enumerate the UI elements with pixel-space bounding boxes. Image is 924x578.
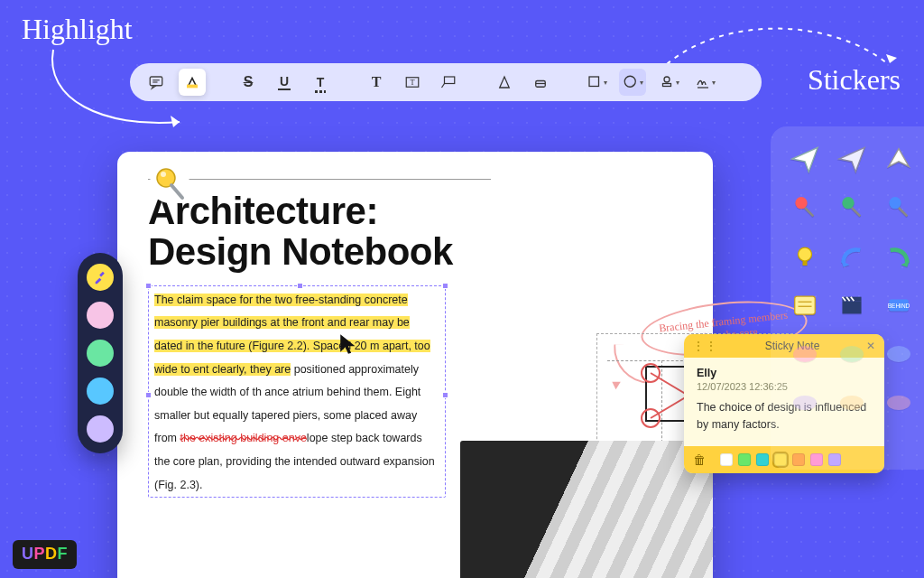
- callout-tool[interactable]: [435, 69, 462, 96]
- color-swatch[interactable]: [87, 415, 114, 443]
- brand-logo: UPDF: [13, 540, 77, 569]
- annotation-toolbar: S U T T T ▾ ▾ ▾ ▾: [130, 63, 762, 101]
- color-swatch[interactable]: [720, 453, 733, 466]
- svg-point-41: [793, 396, 817, 410]
- text-tool[interactable]: T: [363, 69, 390, 96]
- origami-sticker[interactable]: [881, 141, 917, 177]
- arrow-sticker[interactable]: [881, 238, 917, 275]
- color-swatch[interactable]: [756, 453, 769, 466]
- svg-point-38: [793, 346, 817, 362]
- selection-handle[interactable]: [145, 392, 152, 398]
- sticker-item[interactable]: [834, 385, 870, 421]
- svg-point-39: [840, 346, 864, 362]
- svg-point-10: [664, 77, 670, 82]
- svg-rect-11: [662, 84, 670, 87]
- highlight-color-picker: [78, 253, 123, 453]
- svg-point-29: [799, 247, 812, 261]
- highlighter-tool[interactable]: [179, 69, 206, 96]
- squiggly-tool[interactable]: T: [307, 69, 334, 96]
- trash-icon[interactable]: 🗑: [693, 452, 706, 467]
- svg-point-43: [887, 396, 910, 410]
- svg-text:T: T: [410, 79, 414, 87]
- building-photo: [460, 441, 713, 578]
- pushpin-sticker[interactable]: [834, 190, 870, 226]
- eyedropper-button[interactable]: [87, 264, 114, 291]
- pencil-tool[interactable]: [491, 69, 518, 96]
- strikeout-text: the existing building enve: [180, 432, 306, 444]
- svg-point-42: [840, 396, 864, 410]
- paperplane-sticker[interactable]: [834, 141, 870, 177]
- svg-point-40: [887, 346, 910, 362]
- color-swatch[interactable]: [87, 302, 114, 329]
- svg-rect-0: [150, 77, 162, 86]
- clapper-sticker[interactable]: [834, 287, 870, 323]
- paperplane-sticker[interactable]: [787, 141, 823, 177]
- stamp-tool[interactable]: ▾: [655, 69, 682, 96]
- pushpin-sticker[interactable]: [787, 190, 823, 226]
- strikeout-tool[interactable]: S: [235, 69, 262, 96]
- sticker-item[interactable]: [881, 385, 917, 421]
- svg-rect-30: [803, 261, 808, 266]
- sticker-panel: BEHIND: [771, 126, 924, 470]
- lightbulb-sticker[interactable]: [787, 238, 823, 275]
- drag-handle-icon[interactable]: ⋮⋮: [693, 340, 718, 352]
- underline-tool[interactable]: U: [271, 69, 298, 96]
- svg-rect-8: [589, 77, 599, 87]
- svg-rect-6: [445, 77, 455, 84]
- color-swatch[interactable]: [87, 340, 114, 367]
- sticker-tool[interactable]: ▾: [619, 69, 646, 96]
- pushpin-sticker[interactable]: [881, 190, 917, 226]
- color-swatch[interactable]: [738, 453, 751, 466]
- sticker-item[interactable]: [787, 385, 823, 421]
- selection-handle[interactable]: [442, 283, 448, 289]
- pushpin-sticker[interactable]: [148, 162, 191, 205]
- color-swatch[interactable]: [87, 378, 114, 405]
- signature-tool[interactable]: ▾: [691, 69, 718, 96]
- svg-rect-22: [99, 272, 105, 277]
- arrow-sticker[interactable]: [834, 238, 870, 275]
- eraser-tool[interactable]: [527, 69, 554, 96]
- svg-point-25: [161, 172, 166, 177]
- svg-point-9: [624, 76, 635, 87]
- badge-sticker[interactable]: BEHIND: [881, 287, 917, 323]
- svg-text:BEHIND: BEHIND: [888, 303, 910, 309]
- body-text-block[interactable]: The claim space for the two free-standin…: [148, 285, 446, 499]
- selection-handle[interactable]: [297, 283, 303, 289]
- selection-handle[interactable]: [145, 283, 152, 289]
- label-highlight: Highlight: [22, 13, 133, 46]
- shape-tool[interactable]: ▾: [583, 69, 610, 96]
- sticker-item[interactable]: [834, 336, 870, 372]
- sticker-item[interactable]: [881, 336, 917, 372]
- sticker-item[interactable]: [787, 336, 823, 372]
- svg-rect-31: [795, 296, 816, 314]
- selection-handle[interactable]: [442, 392, 448, 398]
- note-sticker[interactable]: [787, 287, 823, 323]
- svg-rect-34: [843, 301, 862, 313]
- textbox-tool[interactable]: T: [399, 69, 426, 96]
- page-title: Architecture: Design Notebook: [148, 191, 491, 273]
- comment-tool[interactable]: [143, 69, 170, 96]
